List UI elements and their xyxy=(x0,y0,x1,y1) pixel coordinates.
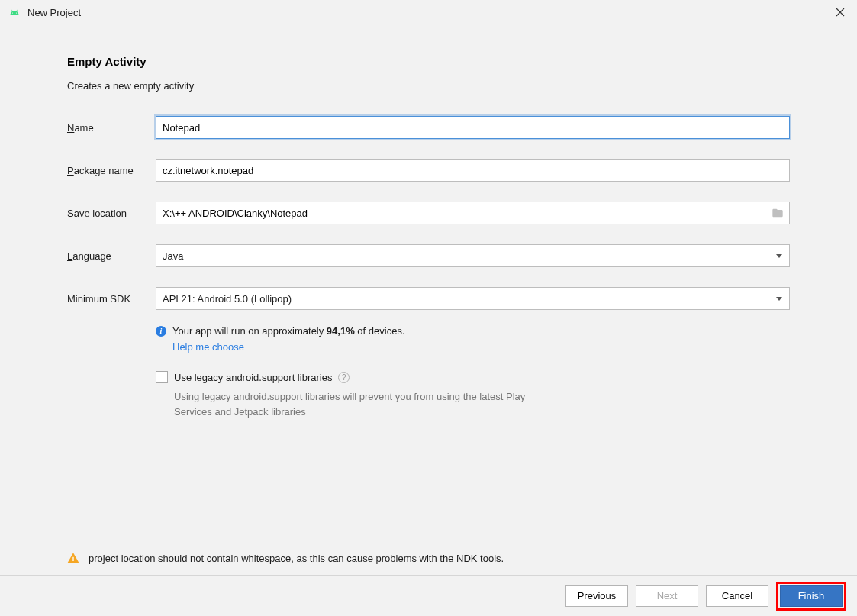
row-min-sdk: Minimum SDK API 21: Android 5.0 (Lollipo… xyxy=(67,287,790,310)
window-title: New Project xyxy=(27,7,831,18)
save-location-label: Save location xyxy=(67,208,156,219)
warning-icon xyxy=(67,552,79,564)
save-location-input[interactable] xyxy=(156,202,771,224)
chevron-down-icon xyxy=(775,295,783,302)
dialog-content: Empty Activity Creates a new empty activ… xyxy=(0,24,857,419)
help-me-choose-link[interactable]: Help me choose xyxy=(172,341,790,353)
row-language: Language Java xyxy=(67,244,790,267)
save-location-wrapper xyxy=(156,202,790,224)
info-icon: i xyxy=(156,326,166,337)
min-sdk-select[interactable]: API 21: Android 5.0 (Lollipop) xyxy=(156,287,790,310)
cancel-button[interactable]: Cancel xyxy=(706,585,768,607)
previous-button[interactable]: Previous xyxy=(565,585,628,607)
page-subheading: Creates a new empty activity xyxy=(67,80,790,92)
warning-row: project location should not contain whit… xyxy=(67,552,790,564)
min-sdk-value: API 21: Android 5.0 (Lollipop) xyxy=(163,293,292,305)
row-name: Name xyxy=(67,116,790,139)
row-save-location: Save location xyxy=(67,202,790,224)
next-button: Next xyxy=(636,585,698,607)
min-sdk-label: Minimum SDK xyxy=(67,293,156,305)
package-label: Package name xyxy=(67,165,156,176)
title-bar: New Project xyxy=(0,0,857,24)
dialog-footer: Previous Next Cancel Finish xyxy=(0,575,857,616)
name-input[interactable] xyxy=(156,116,790,139)
language-value: Java xyxy=(163,250,183,262)
close-icon[interactable] xyxy=(831,3,849,21)
android-icon xyxy=(8,5,21,19)
finish-highlight-box: Finish xyxy=(776,582,846,611)
legacy-checkbox-label: Use legacy android.support libraries xyxy=(174,372,332,383)
legacy-description: Using legacy android.support libraries w… xyxy=(174,389,533,419)
package-input[interactable] xyxy=(156,159,790,182)
name-label: Name xyxy=(67,122,156,134)
page-heading: Empty Activity xyxy=(67,55,790,68)
row-package: Package name xyxy=(67,159,790,182)
warning-text: project location should not contain whit… xyxy=(89,553,504,564)
legacy-block: Use legacy android.support libraries ? U… xyxy=(156,371,790,419)
help-icon[interactable]: ? xyxy=(338,372,350,383)
chevron-down-icon xyxy=(775,252,783,260)
legacy-checkbox[interactable] xyxy=(156,371,168,383)
finish-button[interactable]: Finish xyxy=(780,585,843,607)
device-compat-info: i Your app will run on approximately 94,… xyxy=(156,325,790,353)
device-compat-text: Your app will run on approximately 94,1%… xyxy=(172,325,405,337)
browse-folder-icon[interactable] xyxy=(771,207,785,219)
language-label: Language xyxy=(67,250,156,262)
language-select[interactable]: Java xyxy=(156,244,790,267)
